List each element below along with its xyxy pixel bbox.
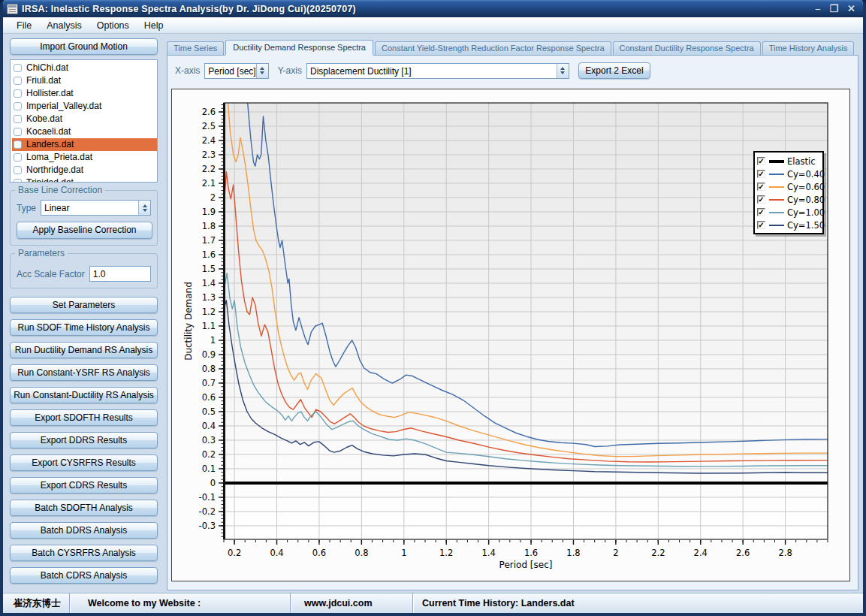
baseline-type-select[interactable]: Linear (41, 200, 151, 216)
run-ductility-demand-rs-analysis-button[interactable]: Run Ductility Demand RS Analysis (10, 342, 158, 358)
status-bar: 崔济东博士Welcome to my Website :www.jdcui.co… (3, 593, 863, 613)
file-checkbox[interactable] (14, 140, 22, 149)
svg-text:0.6: 0.6 (202, 392, 216, 403)
batch-cysrfrs-analysis-button[interactable]: Batch CYSRFRS Analysis (10, 545, 158, 561)
file-checkbox[interactable] (14, 166, 22, 174)
svg-text:1.4: 1.4 (202, 278, 216, 288)
export-cysrfrs-results-button[interactable]: Export CYSRFRS Results (10, 454, 158, 471)
y-axis-select[interactable]: Displacement Ductility [1] (306, 63, 569, 79)
axis-controls-row: X-axis Period [sec] Y-axis Displacement … (167, 56, 858, 79)
ground-motion-file-list[interactable]: ChiChi.datFriuli.datHollister.datImperia… (10, 59, 158, 183)
tab-constant-yield-strength-reduction-factor-response-spectra[interactable]: Constant Yield-Strength Reduction Factor… (375, 41, 611, 55)
menu-item-options[interactable]: Options (89, 18, 137, 33)
spectra-chart-panel: -0.3-0.2-0.100.10.20.30.40.50.60.70.80.9… (171, 89, 850, 581)
svg-text:0.2: 0.2 (202, 449, 216, 460)
file-checkbox[interactable] (14, 115, 22, 123)
legend-checkbox[interactable]: ✓ (757, 208, 765, 216)
file-checkbox[interactable] (14, 64, 22, 72)
menu-bar: FileAnalysisOptionsHelp (3, 17, 863, 34)
y-axis-title: Ductility Demand (183, 282, 194, 361)
file-list-item[interactable]: Kocaeli.dat (12, 125, 157, 138)
file-checkbox[interactable] (14, 77, 22, 85)
legend-checkbox[interactable]: ✓ (757, 157, 765, 165)
svg-text:-0.1: -0.1 (199, 492, 216, 503)
svg-text:2.2: 2.2 (202, 164, 216, 174)
file-name: Kocaeli.dat (26, 126, 71, 137)
legend-checkbox[interactable]: ✓ (757, 221, 765, 229)
file-name: Friuli.dat (26, 75, 61, 86)
run-sdof-time-history-analysis-button[interactable]: Run SDOF Time History Analysis (10, 319, 158, 336)
file-list-item[interactable]: Northridge.dat (12, 164, 157, 177)
x-axis-select[interactable]: Period [sec] (204, 63, 268, 79)
file-list-item[interactable]: ChiChi.dat (12, 62, 157, 74)
file-list-item[interactable]: Friuli.dat (12, 74, 157, 87)
svg-text:0.2: 0.2 (228, 548, 241, 558)
spinner-icon[interactable] (557, 64, 569, 78)
baseline-type-value: Linear (41, 201, 138, 215)
tab-constant-ductility-response-spectra[interactable]: Constant Ductility Response Spectra (613, 41, 761, 55)
menu-item-help[interactable]: Help (137, 18, 171, 33)
menu-item-analysis[interactable]: Analysis (39, 18, 89, 33)
legend-swatch-line (769, 212, 784, 213)
apply-baseline-correction-button[interactable]: Apply Baseline Correction (17, 222, 152, 239)
svg-text:2.4: 2.4 (202, 135, 216, 146)
tab-ductility-demand-response-spectra[interactable]: Ductility Demand Response Spectra (225, 40, 373, 55)
app-icon (7, 4, 18, 14)
export-to-excel-button[interactable]: Export 2 Excel (578, 62, 650, 79)
status-panel-4: Current Time History: Landers.dat (412, 593, 863, 613)
spinner-icon[interactable] (256, 64, 268, 78)
svg-text:2: 2 (210, 192, 216, 203)
legend-checkbox[interactable]: ✓ (757, 183, 765, 191)
export-sdofth-results-button[interactable]: Export SDOFTH Results (10, 409, 158, 426)
import-ground-motion-button[interactable]: Import Ground Motion (10, 38, 158, 55)
tab-time-series[interactable]: Time Series (167, 41, 224, 55)
svg-text:0.9: 0.9 (202, 349, 216, 360)
minimize-icon[interactable]: – (815, 4, 820, 14)
run-constant-ductility-rs-analysis-button[interactable]: Run Constant-Ductility RS Analysis (10, 387, 158, 403)
legend-checkbox[interactable]: ✓ (757, 170, 765, 178)
svg-text:1: 1 (210, 335, 216, 346)
svg-text:2.1: 2.1 (202, 178, 216, 189)
file-list-item[interactable]: Trinidad.dat (12, 177, 157, 183)
svg-text:0.4: 0.4 (270, 548, 283, 558)
close-icon[interactable]: ✕ (847, 4, 855, 14)
file-list-item[interactable]: Loma_Prieta.dat (12, 151, 157, 164)
export-cdrs-results-button[interactable]: Export CDRS Results (10, 477, 158, 494)
svg-text:1.7: 1.7 (202, 235, 216, 246)
baseline-group-title: Base Line Correction (15, 185, 105, 195)
tab-time-history-analysis[interactable]: Time History Analysis (762, 41, 855, 55)
file-list-item[interactable]: Landers.dat (12, 138, 157, 151)
file-checkbox[interactable] (14, 179, 22, 183)
status-panel-1: 崔济东博士 (3, 593, 69, 613)
legend-label: Cy=0.40 (787, 169, 825, 180)
run-constant-ysrf-rs-analysis-button[interactable]: Run Constant-YSRF RS Analysis (10, 364, 158, 381)
title-bar: IRSA: Inelastic Response Spectra Analysi… (3, 0, 863, 17)
spinner-icon[interactable] (138, 201, 150, 215)
legend-item: ✓Cy=0.40 (757, 168, 822, 180)
set-parameters-button[interactable]: Set Parameters (10, 297, 158, 313)
file-checkbox[interactable] (14, 89, 22, 98)
file-checkbox[interactable] (14, 153, 22, 162)
maximize-icon[interactable]: ❐ (829, 4, 838, 14)
svg-text:2: 2 (613, 548, 618, 558)
svg-text:1.4: 1.4 (481, 548, 495, 558)
file-list-item[interactable]: Kobe.dat (12, 113, 157, 125)
svg-text:-0.2: -0.2 (199, 506, 216, 517)
file-checkbox[interactable] (14, 102, 22, 110)
acc-scale-factor-input[interactable]: 1.0 (89, 266, 151, 282)
batch-cdrs-analysis-button[interactable]: Batch CDRS Analysis (10, 567, 158, 584)
file-list-item[interactable]: Imperial_Valley.dat (12, 100, 157, 113)
batch-ddrs-analysis-button[interactable]: Batch DDRS Analysis (10, 522, 158, 539)
svg-text:2.3: 2.3 (202, 149, 216, 160)
status-panel-3: www.jdcui.com (290, 593, 412, 613)
svg-text:0.6: 0.6 (312, 548, 326, 558)
file-list-item[interactable]: Hollister.dat (12, 87, 157, 100)
sidebar: Import Ground Motion ChiChi.datFriuli.da… (3, 34, 162, 593)
y-axis-value: Displacement Ductility [1] (307, 64, 557, 78)
export-ddrs-results-button[interactable]: Export DDRS Results (10, 432, 158, 448)
y-axis-label: Y-axis (278, 65, 302, 76)
file-checkbox[interactable] (14, 128, 22, 136)
legend-checkbox[interactable]: ✓ (757, 195, 765, 204)
batch-sdofth-analysis-button[interactable]: Batch SDOFTH Analysis (10, 500, 158, 516)
menu-item-file[interactable]: File (9, 18, 39, 33)
